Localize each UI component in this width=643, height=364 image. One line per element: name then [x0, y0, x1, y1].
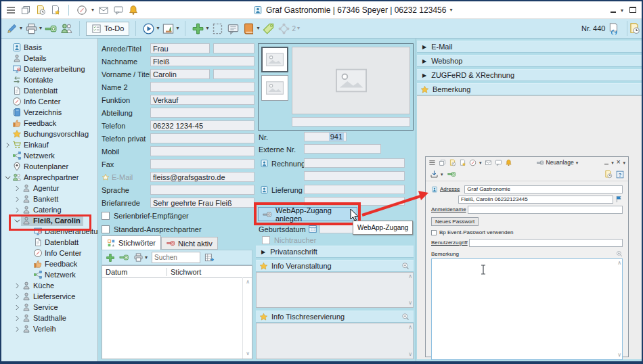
- sidebar-item-basis[interactable]: Basis: [1, 42, 97, 53]
- externe-nr-field[interactable]: [304, 144, 381, 154]
- todo-button[interactable]: To-Do: [86, 22, 129, 36]
- menu-icon[interactable]: [5, 5, 16, 16]
- keyword-search-input[interactable]: [152, 252, 200, 263]
- vorname-titel-2-field-2[interactable]: [213, 69, 254, 79]
- sidebar-item-küche[interactable]: Küche: [1, 280, 97, 291]
- sidebar-item-catering[interactable]: Catering: [1, 204, 97, 215]
- chat-icon[interactable]: [113, 5, 124, 16]
- popup-close-button[interactable]: ×: [617, 159, 621, 166]
- popup-adresse-label[interactable]: Adresse: [440, 186, 460, 192]
- chevron-right-icon[interactable]: [13, 315, 21, 321]
- sidebar-item-einkauf[interactable]: Einkauf: [1, 139, 97, 150]
- popup-caret-icon[interactable]: ▾: [611, 160, 614, 165]
- sidebar-item-verzeichnis[interactable]: Verzeichnis: [1, 107, 97, 118]
- fax-field[interactable]: [150, 159, 254, 169]
- info-veranstaltung-header[interactable]: Info Veranstaltung: [256, 260, 414, 272]
- sidebar-item-netzwerk[interactable]: Netzwerk: [1, 269, 97, 280]
- rechnung-field-1[interactable]: [304, 158, 405, 168]
- compass-caret-icon[interactable]: ▾: [479, 160, 482, 165]
- lieferung-label-row[interactable]: Lieferung: [260, 185, 303, 194]
- popup-benutzerzugriff-field[interactable]: [469, 239, 623, 247]
- chevron-right-icon[interactable]: [13, 283, 21, 289]
- sidebar-item-datenblatt[interactable]: Datenblatt: [1, 237, 97, 248]
- section-header-e-mail[interactable]: ▶E-Mail: [417, 41, 642, 53]
- menu-icon[interactable]: [428, 159, 436, 166]
- chat-icon[interactable]: [495, 159, 502, 166]
- nr-field[interactable]: 941: [304, 132, 347, 141]
- doc-star-icon[interactable]: [459, 159, 466, 166]
- mail-icon[interactable]: [485, 159, 492, 166]
- copy-icon[interactable]: [439, 159, 446, 166]
- help-icon[interactable]: ?: [616, 170, 624, 179]
- chevron-right-icon[interactable]: [13, 185, 21, 191]
- popup-title-group[interactable]: Neuanlage ▾: [537, 159, 579, 166]
- keyword-key-icon[interactable]: [119, 252, 129, 263]
- sidebar-item-feedback[interactable]: Feedback: [1, 258, 97, 269]
- bp-event-passwort-row[interactable]: Bp Event-Passwort verwenden: [431, 229, 623, 235]
- bell-icon[interactable]: [505, 159, 512, 166]
- popup-close-caret-icon[interactable]: ▾: [623, 160, 625, 165]
- sidebar-item-agentur[interactable]: Agentur: [1, 183, 97, 194]
- standard-ansprechpartner-checkbox-row[interactable]: Standard-Ansprechpartner: [102, 225, 202, 233]
- contacts-button[interactable]: [60, 22, 73, 35]
- minimize-button[interactable]: [611, 5, 617, 14]
- keyword-print-button[interactable]: ▾: [133, 252, 148, 263]
- anrede-titel-field[interactable]: Frau: [150, 43, 210, 53]
- sidebar-item-feedback[interactable]: Feedback: [1, 118, 97, 129]
- sidebar-item-buchungsvorschlag[interactable]: Buchungsvorschlag: [1, 129, 97, 139]
- nichtraucher-row[interactable]: Nichtraucher: [262, 236, 316, 244]
- popup-benutzerzugriff-label[interactable]: Benutzerzugriff: [431, 240, 468, 246]
- popup-minimize-button[interactable]: [604, 164, 608, 164]
- compass-caret-icon[interactable]: ▾: [91, 7, 94, 13]
- standard-ansprechpartner-checkbox[interactable]: [102, 225, 110, 233]
- section-header-zugferd-xrechnung[interactable]: ▶ZUGFeRD & XRechnung: [417, 69, 642, 81]
- privatanschrift-header[interactable]: ▶ Privatanschrift: [256, 246, 414, 258]
- bell-icon[interactable]: [128, 5, 139, 16]
- abteilung-field[interactable]: [150, 108, 254, 118]
- tab-stichwoerter[interactable]: Stichwörter: [102, 235, 161, 250]
- vorname-titel-2-field[interactable]: Carolin: [150, 69, 210, 79]
- sidebar-item-info-center[interactable]: Info Center: [1, 96, 97, 107]
- tab-nicht-aktiv[interactable]: Nicht aktiv: [161, 237, 218, 250]
- nachname-field[interactable]: Fleiß: [150, 56, 254, 66]
- telefon-field[interactable]: 06232 1234-45: [150, 120, 254, 131]
- name-2-field[interactable]: [150, 82, 254, 92]
- lieferung-field-1[interactable]: [304, 185, 405, 194]
- photo-caption-field[interactable]: [292, 117, 410, 127]
- save-caret-icon[interactable]: ▾: [441, 172, 443, 177]
- info-tischreservierung-header[interactable]: Info Tischreservierung: [256, 311, 414, 323]
- popup-anmeldename-field[interactable]: [468, 206, 623, 214]
- document-refresh-icon[interactable]: [608, 22, 620, 35]
- compass-icon[interactable]: [469, 159, 476, 166]
- mail-icon[interactable]: [98, 5, 109, 16]
- sidebar-item-kontakte[interactable]: Kontakte: [1, 74, 97, 85]
- copy-icon[interactable]: [20, 5, 31, 16]
- compass-icon[interactable]: [76, 5, 87, 16]
- add-button[interactable]: ▾: [192, 22, 208, 35]
- draft-button[interactable]: [211, 22, 224, 35]
- bemerkung-header[interactable]: Bemerkung: [417, 83, 642, 95]
- chevron-down-icon[interactable]: [3, 175, 12, 180]
- popup-contact-field[interactable]: Fleiß, Carolin 06232123445: [458, 196, 613, 204]
- chevron-right-icon[interactable]: [13, 294, 21, 300]
- chevron-right-icon[interactable]: [13, 207, 21, 213]
- add-keyword-icon[interactable]: [106, 253, 115, 263]
- save-icon[interactable]: [430, 170, 439, 179]
- column-stichwort[interactable]: Stichwort: [167, 268, 252, 276]
- title-caret-icon[interactable]: ▾: [449, 7, 452, 13]
- sidebar-item-bankett[interactable]: Bankett: [1, 194, 97, 204]
- telefon-privat-field[interactable]: [150, 133, 254, 143]
- column-datum[interactable]: Datum: [102, 268, 167, 276]
- maximize-button[interactable]: [629, 7, 636, 13]
- sidebar-item-lieferservice[interactable]: Lieferservice: [1, 291, 97, 302]
- key-button[interactable]: [45, 22, 58, 35]
- neues-passwort-button[interactable]: Neues Passwort: [431, 217, 479, 226]
- popup-bemerkung-textarea[interactable]: ∧∨: [431, 258, 623, 360]
- sidebar-item-info-center[interactable]: Info Center: [1, 248, 97, 258]
- media-button[interactable]: ▾: [162, 22, 179, 35]
- sidebar-item-netzwerk[interactable]: Netzwerk: [1, 150, 97, 161]
- sidebar-item-datenverarbeitung[interactable]: Datenverarbeitung: [1, 64, 97, 74]
- zoom-plus-icon[interactable]: [616, 250, 623, 257]
- calendar-icon[interactable]: [308, 224, 317, 233]
- sprache-field[interactable]: [150, 185, 254, 195]
